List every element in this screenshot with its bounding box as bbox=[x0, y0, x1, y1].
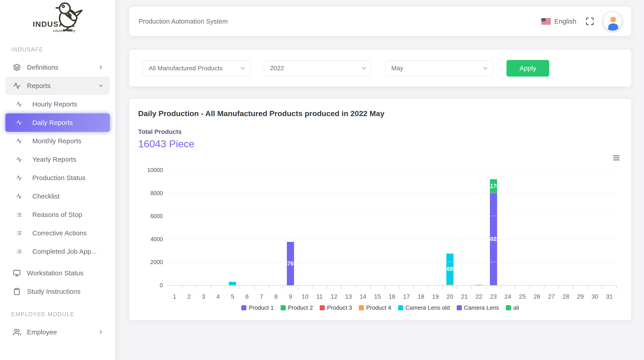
bar-product-4-day-20[interactable] bbox=[446, 284, 454, 285]
fullscreen-icon[interactable] bbox=[585, 17, 594, 26]
grid-line-10000 bbox=[167, 170, 616, 170]
bar-stack-day-9: 3765 bbox=[287, 242, 294, 285]
sidebar-item-label: Reports bbox=[27, 82, 50, 90]
grid-line-2000 bbox=[167, 262, 616, 262]
x-axis-label-31: 31 bbox=[602, 293, 616, 300]
chart-day-slot-2 bbox=[182, 170, 196, 285]
brand-logo[interactable]: INDUSAFE Industrial Safety bbox=[0, 0, 115, 36]
sidebar-item-label: Yearly Reports bbox=[32, 156, 76, 163]
activity-icon bbox=[16, 156, 22, 162]
sidebar-item-workstation-status[interactable]: Workstation Status bbox=[6, 264, 110, 282]
topbar-actions: English bbox=[541, 12, 622, 30]
user-avatar[interactable] bbox=[603, 12, 622, 30]
chart-day-slot-19 bbox=[428, 170, 443, 285]
topbar: Production Automation System bbox=[129, 7, 631, 36]
filter-bar: All Manufactured Products 2022 May Apply bbox=[129, 50, 631, 86]
bar-product-4-day-22[interactable] bbox=[475, 285, 482, 285]
sidebar-item-daily-reports[interactable]: Daily Reports bbox=[6, 114, 110, 132]
chart-day-slot-24 bbox=[501, 170, 515, 285]
sidebar-item-production-status[interactable]: Production Status bbox=[6, 169, 110, 187]
chevron-down-icon bbox=[482, 65, 489, 72]
sidebar-item-monthly-reports[interactable]: Monthly Reports bbox=[6, 132, 110, 150]
activity-icon bbox=[13, 82, 21, 90]
sidebar-item-corrective-actions[interactable]: Corrective Actions bbox=[6, 224, 110, 242]
sidebar: INDUSAFE Industrial Safety INDUSAFE Defi… bbox=[0, 0, 115, 360]
chart-day-slot-23: 80231170 bbox=[486, 170, 501, 285]
chart-day-slot-28 bbox=[559, 170, 573, 285]
apply-button[interactable]: Apply bbox=[506, 60, 549, 76]
sidebar-item-reasons-of-stop[interactable]: Reasons of Stop bbox=[6, 206, 110, 224]
bar-ali-day-23[interactable]: 1170 bbox=[490, 179, 497, 193]
chart-day-slot-15 bbox=[370, 170, 385, 285]
chart-day-slot-13 bbox=[341, 170, 356, 285]
chart-day-slot-20: 2685 bbox=[443, 170, 457, 285]
bar-camera-lens-old-day-20[interactable]: 2685 bbox=[446, 254, 454, 284]
sidebar-item-definitions[interactable]: Definitions bbox=[6, 58, 110, 76]
language-switcher[interactable]: English bbox=[541, 18, 576, 25]
x-axis-label-12: 12 bbox=[327, 293, 342, 300]
chart-day-slot-26 bbox=[530, 170, 544, 285]
grid-line-4000 bbox=[167, 239, 616, 239]
y-axis-label-6000: 6000 bbox=[150, 213, 163, 220]
chart-day-slot-11 bbox=[312, 170, 327, 285]
sidebar-item-employee[interactable]: Employee bbox=[6, 323, 110, 341]
activity-icon bbox=[16, 101, 22, 107]
sidebar-item-label: Employee bbox=[27, 328, 57, 336]
x-axis-label-19: 19 bbox=[428, 293, 443, 300]
sidebar-item-reports[interactable]: Reports bbox=[6, 76, 110, 95]
chart-day-slot-5 bbox=[225, 170, 240, 285]
chevron-right-icon bbox=[98, 64, 104, 70]
chart-day-slot-1 bbox=[167, 170, 182, 285]
x-axis-label-27: 27 bbox=[544, 293, 559, 300]
sidebar-item-label: Reasons of Stop bbox=[32, 211, 82, 218]
chart-menu-icon[interactable] bbox=[613, 154, 620, 162]
year-select[interactable]: 2022 bbox=[264, 60, 371, 76]
sidebar-section-indusafe: INDUSAFE bbox=[0, 46, 115, 53]
chart-plot-area: 3765268580231170 0200040006000800010000 bbox=[167, 170, 616, 285]
month-select-value: May bbox=[391, 65, 403, 72]
x-axis-label-17: 17 bbox=[399, 293, 414, 300]
x-axis-label-16: 16 bbox=[385, 293, 400, 300]
product-select[interactable]: All Manufactured Products bbox=[143, 60, 250, 76]
bar-stack-day-22 bbox=[475, 285, 482, 285]
bar-stack-day-20: 2685 bbox=[446, 254, 454, 285]
grid-line-8000 bbox=[167, 193, 616, 193]
chart-bars: 3765268580231170 bbox=[167, 170, 616, 285]
list-icon bbox=[16, 212, 22, 218]
clipboard-icon bbox=[13, 288, 21, 295]
report-title: Daily Production - All Manufactured Prod… bbox=[138, 109, 622, 118]
chart-day-slot-4 bbox=[211, 170, 226, 285]
chevron-down-icon bbox=[240, 65, 246, 72]
bar-stack-day-23: 80231170 bbox=[490, 179, 497, 285]
bar-camera-lens-old-day-5[interactable] bbox=[229, 282, 236, 285]
y-axis-label-4000: 4000 bbox=[150, 236, 163, 242]
x-axis-label-14: 14 bbox=[356, 293, 370, 300]
sidebar-item-study-instructions[interactable]: Study Instructions bbox=[6, 282, 110, 301]
sidebar-item-label: Daily Reports bbox=[32, 119, 73, 126]
chart-day-slot-31 bbox=[602, 170, 616, 285]
x-axis-label-8: 8 bbox=[269, 293, 284, 300]
bar-value-label: 1170 bbox=[490, 183, 497, 189]
sidebar-item-hourly-reports[interactable]: Hourly Reports bbox=[6, 95, 110, 114]
x-axis-label-2: 2 bbox=[182, 293, 196, 300]
chevron-down-icon bbox=[98, 83, 104, 89]
bar-camera-lens-day-9[interactable]: 3765 bbox=[287, 242, 294, 285]
us-flag-icon bbox=[541, 18, 551, 24]
x-axis-label-30: 30 bbox=[588, 293, 602, 300]
x-axis-label-22: 22 bbox=[472, 293, 486, 300]
year-select-value: 2022 bbox=[270, 65, 284, 72]
app-title: Production Automation System bbox=[138, 18, 228, 25]
sidebar-item-yearly-reports[interactable]: Yearly Reports bbox=[6, 150, 110, 169]
month-select[interactable]: May bbox=[385, 60, 492, 76]
chart-day-slot-22 bbox=[472, 170, 486, 285]
sidebar-item-label: Study Instructions bbox=[27, 288, 80, 295]
sidebar-nav: DefinitionsReportsHourly ReportsDaily Re… bbox=[0, 58, 115, 341]
chart-day-slot-10 bbox=[298, 170, 312, 285]
grid-line-6000 bbox=[167, 216, 616, 216]
chart-day-slot-12 bbox=[327, 170, 342, 285]
sidebar-item-completed-job-app[interactable]: Completed Job App... bbox=[6, 242, 110, 261]
sidebar-item-checklist[interactable]: Checklist bbox=[6, 187, 110, 206]
x-axis-label-25: 25 bbox=[515, 293, 530, 300]
bar-stack-day-5 bbox=[229, 282, 236, 285]
sidebar-item-label: Production Status bbox=[32, 174, 86, 182]
